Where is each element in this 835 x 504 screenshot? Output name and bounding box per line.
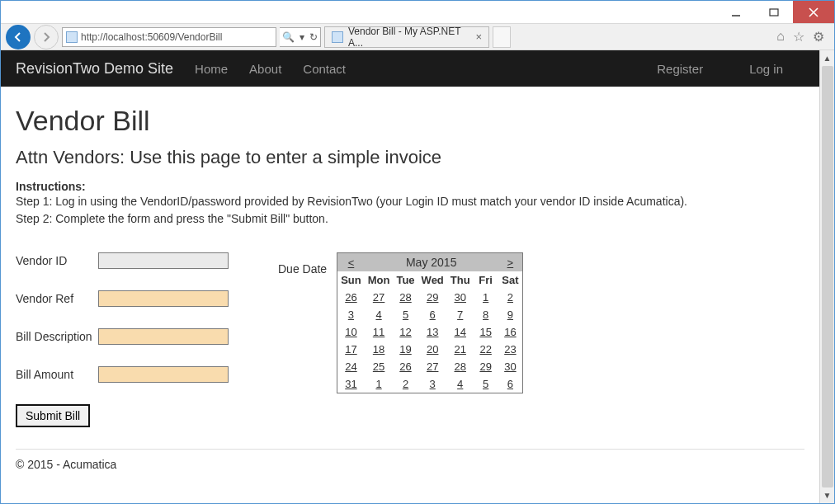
scroll-up-icon[interactable]: ▲ xyxy=(823,50,832,66)
calendar-day[interactable]: 22 xyxy=(474,341,498,358)
form-right-column: Due Date < May 2015 > Sun Mon Tue xyxy=(278,252,523,427)
window-maximize-button[interactable] xyxy=(755,1,793,23)
calendar-day[interactable]: 21 xyxy=(447,341,474,358)
nav-link-about[interactable]: About xyxy=(249,62,281,76)
page-subtitle: Attn Vendors: Use this page to enter a s… xyxy=(16,147,804,168)
calendar-day[interactable]: 9 xyxy=(498,306,523,323)
calendar-day[interactable]: 5 xyxy=(393,306,418,323)
scroll-thumb[interactable] xyxy=(822,66,833,488)
vendor-id-label: Vendor ID xyxy=(16,254,98,267)
calendar-day[interactable]: 8 xyxy=(474,306,498,323)
nav-link-home[interactable]: Home xyxy=(195,62,228,76)
calendar-day[interactable]: 4 xyxy=(447,375,474,393)
calendar-day[interactable]: 17 xyxy=(337,341,365,358)
back-button[interactable] xyxy=(6,25,31,49)
calendar-day[interactable]: 27 xyxy=(365,289,394,306)
form-left-column: Vendor ID Vendor Ref Bill Description xyxy=(16,252,229,427)
calendar-week: 17181920212223 xyxy=(337,341,523,358)
bill-amount-input[interactable] xyxy=(98,366,229,383)
calendar-day[interactable]: 12 xyxy=(393,323,418,341)
calendar-week: 31123456 xyxy=(337,375,523,393)
scroll-down-icon[interactable]: ▼ xyxy=(823,488,832,503)
dow-mon: Mon xyxy=(365,271,394,289)
calendar-prev-button[interactable]: < xyxy=(337,253,365,272)
vendor-ref-input[interactable] xyxy=(98,290,229,307)
nav-link-register[interactable]: Register xyxy=(657,62,703,76)
calendar-week: 10111213141516 xyxy=(337,323,523,341)
calendar-day[interactable]: 7 xyxy=(447,306,474,323)
window-close-button[interactable] xyxy=(793,1,834,23)
calendar-day[interactable]: 1 xyxy=(474,289,498,306)
bill-description-input[interactable] xyxy=(98,328,229,345)
calendar-day[interactable]: 18 xyxy=(365,341,394,358)
calendar-next-button[interactable]: > xyxy=(498,253,523,272)
nav-link-contact[interactable]: Contact xyxy=(303,62,346,76)
calendar-day[interactable]: 20 xyxy=(418,341,447,358)
calendar-day[interactable]: 6 xyxy=(418,306,447,323)
calendar-day[interactable]: 23 xyxy=(498,341,523,358)
submit-bill-button[interactable]: Submit Bill xyxy=(16,404,90,427)
settings-gear-icon[interactable]: ⚙ xyxy=(813,29,824,45)
browser-window: http://localhost:50609/VendorBill 🔍 ▾ ↻ … xyxy=(0,0,835,504)
calendar-day[interactable]: 25 xyxy=(365,358,394,375)
nav-link-login[interactable]: Log in xyxy=(749,62,783,76)
dow-wed: Wed xyxy=(418,271,447,289)
calendar-day[interactable]: 28 xyxy=(447,358,474,375)
calendar-day[interactable]: 6 xyxy=(498,375,523,393)
dow-sat: Sat xyxy=(498,271,523,289)
instructions-line-1: Step 1: Log in using the VendorID/passwo… xyxy=(16,193,804,210)
vertical-scrollbar[interactable]: ▲ ▼ xyxy=(819,50,834,503)
calendar-day[interactable]: 27 xyxy=(418,358,447,375)
calendar-day[interactable]: 15 xyxy=(474,323,498,341)
calendar-week: 3456789 xyxy=(337,306,523,323)
calendar: < May 2015 > Sun Mon Tue Wed Thu Fri xyxy=(337,252,523,393)
calendar-day[interactable]: 10 xyxy=(337,323,365,341)
favorites-icon[interactable]: ☆ xyxy=(793,29,804,45)
calendar-day[interactable]: 31 xyxy=(337,375,365,393)
calendar-day[interactable]: 4 xyxy=(365,306,394,323)
url-text: http://localhost:50609/VendorBill xyxy=(81,31,222,43)
site-brand[interactable]: RevisionTwo Demo Site xyxy=(16,60,173,78)
calendar-day[interactable]: 26 xyxy=(337,289,365,306)
calendar-day[interactable]: 11 xyxy=(365,323,394,341)
calendar-day[interactable]: 2 xyxy=(393,375,418,393)
due-date-label: Due Date xyxy=(278,252,327,276)
calendar-day[interactable]: 14 xyxy=(447,323,474,341)
calendar-day[interactable]: 1 xyxy=(365,375,394,393)
calendar-day[interactable]: 19 xyxy=(393,341,418,358)
browser-chrome-icons: ⌂ ☆ ⚙ xyxy=(776,29,829,45)
calendar-day[interactable]: 30 xyxy=(447,289,474,306)
calendar-day[interactable]: 29 xyxy=(474,358,498,375)
browser-tab[interactable]: Vendor Bill - My ASP.NET A... × xyxy=(324,26,489,48)
calendar-day[interactable]: 16 xyxy=(498,323,523,341)
dropdown-icon: ▾ xyxy=(300,31,304,43)
calendar-week: 262728293012 xyxy=(337,289,523,306)
forward-button[interactable] xyxy=(34,25,59,49)
calendar-day[interactable]: 3 xyxy=(337,306,365,323)
search-refresh-box[interactable]: 🔍 ▾ ↻ xyxy=(280,27,321,47)
dow-tue: Tue xyxy=(393,271,418,289)
site-navbar: RevisionTwo Demo Site Home About Contact… xyxy=(1,50,819,87)
calendar-day[interactable]: 30 xyxy=(498,358,523,375)
calendar-day[interactable]: 5 xyxy=(474,375,498,393)
page-viewport: RevisionTwo Demo Site Home About Contact… xyxy=(1,50,819,503)
page-footer: © 2015 - Acumatica xyxy=(16,449,804,471)
vendor-ref-label: Vendor Ref xyxy=(16,292,98,305)
window-minimize-button[interactable] xyxy=(717,1,755,23)
browser-toolbar: http://localhost:50609/VendorBill 🔍 ▾ ↻ … xyxy=(1,24,834,50)
instructions-heading: Instructions: xyxy=(16,180,804,193)
window-titlebar xyxy=(1,1,834,24)
vendor-id-input[interactable] xyxy=(98,252,229,269)
calendar-day[interactable]: 24 xyxy=(337,358,365,375)
calendar-day[interactable]: 28 xyxy=(393,289,418,306)
new-tab-button[interactable] xyxy=(493,26,511,48)
home-icon[interactable]: ⌂ xyxy=(776,29,785,45)
calendar-day[interactable]: 29 xyxy=(418,289,447,306)
tab-close-icon[interactable]: × xyxy=(475,31,482,43)
calendar-day[interactable]: 13 xyxy=(418,323,447,341)
calendar-day[interactable]: 26 xyxy=(393,358,418,375)
calendar-day[interactable]: 3 xyxy=(418,375,447,393)
calendar-body: 2627282930123456789101112131415161718192… xyxy=(337,289,523,393)
address-bar[interactable]: http://localhost:50609/VendorBill xyxy=(62,27,276,47)
calendar-day[interactable]: 2 xyxy=(498,289,523,306)
